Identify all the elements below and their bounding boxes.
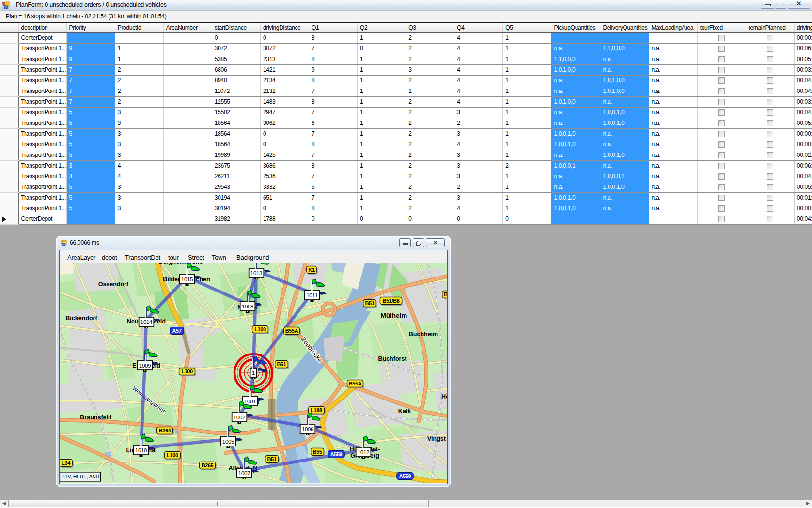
- svg-text:1006: 1006: [302, 426, 313, 432]
- svg-text:B55A: B55A: [349, 381, 362, 386]
- svg-text:Höhenberg: Höhenberg: [441, 393, 447, 400]
- svg-text:1007: 1007: [238, 470, 250, 476]
- svg-text:A559: A559: [330, 451, 343, 457]
- svg-text:B51/B8: B51/B8: [383, 298, 400, 304]
- svg-text:B55: B55: [313, 449, 322, 455]
- svg-text:1008: 1008: [242, 304, 253, 309]
- svg-text:1014: 1014: [141, 319, 153, 325]
- svg-text:L100: L100: [167, 452, 178, 458]
- svg-text:1011: 1011: [306, 292, 318, 298]
- svg-text:Buchforst: Buchforst: [378, 355, 407, 362]
- svg-text:L100: L100: [181, 369, 193, 374]
- svg-text:1001: 1001: [244, 399, 256, 404]
- svg-text:1005: 1005: [222, 439, 234, 445]
- svg-text:L34: L34: [62, 460, 71, 466]
- svg-text:B265: B265: [202, 462, 214, 468]
- svg-text:Ossendorf: Ossendorf: [98, 281, 129, 288]
- svg-text:B51: B51: [365, 300, 375, 306]
- svg-text:PTV, HERE, AND: PTV, HERE, AND: [62, 474, 99, 479]
- svg-text:Buchheim: Buchheim: [409, 331, 438, 338]
- svg-text:1012: 1012: [358, 449, 369, 455]
- svg-text:B51: B51: [277, 361, 286, 367]
- svg-text:L188: L188: [311, 407, 322, 413]
- svg-text:A559: A559: [399, 473, 411, 479]
- svg-text:K1: K1: [308, 267, 315, 273]
- svg-text:L100: L100: [254, 326, 266, 332]
- svg-text:1: 1: [252, 370, 255, 376]
- svg-text:A57: A57: [172, 328, 182, 334]
- svg-text:B264: B264: [159, 428, 172, 433]
- svg-text:B8: B8: [444, 292, 447, 297]
- svg-text:Bickendorf: Bickendorf: [65, 315, 97, 322]
- svg-text:Kalk: Kalk: [398, 408, 411, 415]
- svg-text:1013: 1013: [250, 270, 262, 276]
- svg-text:B51: B51: [267, 456, 277, 462]
- svg-text:Braunsfeld: Braunsfeld: [80, 414, 111, 421]
- svg-text:1010: 1010: [135, 447, 147, 453]
- svg-text:Bergheimersho: Bergheimersho: [158, 263, 203, 265]
- svg-text:1009: 1009: [139, 363, 151, 369]
- svg-text:Vingst: Vingst: [427, 435, 446, 442]
- svg-text:Mülheim: Mülheim: [381, 312, 407, 319]
- svg-text:B55A: B55A: [285, 328, 298, 334]
- svg-text:1002: 1002: [234, 415, 245, 420]
- svg-text:1015: 1015: [181, 277, 193, 282]
